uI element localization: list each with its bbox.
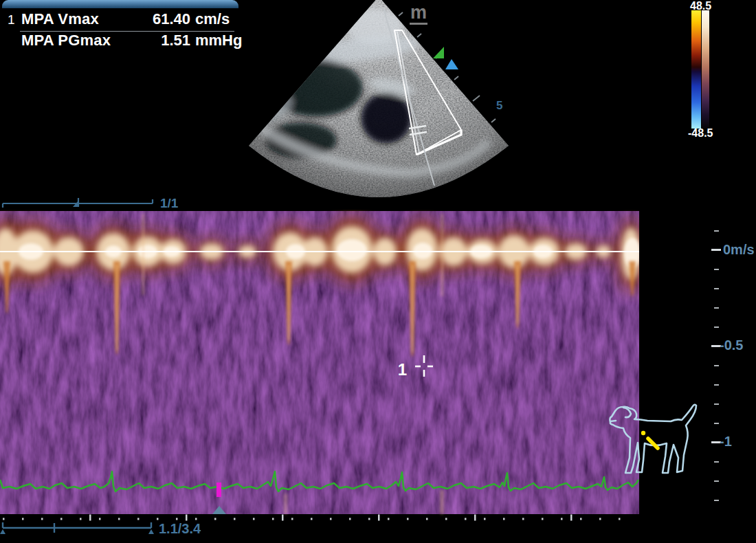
measurement-value: 61.40 [124, 10, 190, 28]
measurement-label: MPA Vmax [21, 10, 124, 28]
bottom-scale-left-marker [0, 529, 5, 534]
bottom-scale-label: 1.1/3.4 [159, 521, 201, 537]
velocity-axis-label-zero: 0m/s [723, 242, 755, 258]
measurement-unit: mmHg [190, 32, 234, 49]
focus-marker-blue[interactable] [445, 59, 458, 69]
probe-position-marker [648, 439, 658, 448]
velocity-axis-tick [714, 307, 719, 309]
probe-reference-dot [641, 431, 645, 435]
measurement-row: 1 MPA Vmax 61.40 cm/s [3, 10, 234, 31]
velocity-axis-tick [714, 288, 719, 289]
ultrasound-screen: 5 m 1 MPA Vmax 61.40 cm/s MPA P [0, 0, 756, 543]
velocity-axis-tick [714, 230, 719, 232]
measurement-panel: 1 MPA Vmax 61.40 cm/s MPA PGmax 1.51 mmH… [2, 0, 238, 56]
spectral-intensity-colorbar [702, 10, 709, 129]
bmode-sector-image: 5 [227, 0, 522, 206]
velocity-axis-tick [714, 423, 719, 424]
focus-marker-green[interactable] [433, 47, 444, 58]
depth-label: 5 [496, 99, 502, 112]
measurement-index: 1 [3, 12, 21, 27]
spectral-doppler-display: 1 [0, 210, 639, 526]
measurement-label: MPA PGmax [21, 32, 124, 49]
depth-tick-5cm [473, 96, 480, 101]
orientation-marker-m: m [410, 3, 427, 25]
dog-outline [610, 405, 696, 473]
velocity-axis-tick-major [711, 249, 721, 251]
patient-dog-icon [605, 400, 708, 479]
ecg-trigger-marker[interactable] [216, 483, 221, 497]
colorbar-min-label: -48.5 [688, 127, 713, 140]
sweep-scale-label: 1/1 [160, 196, 178, 211]
velocity-axis-tick [714, 384, 719, 386]
velocity-axis-tick [714, 500, 719, 501]
fan-tissue-image [227, 0, 522, 206]
velocity-axis-label-mid: -0.5 [720, 337, 743, 353]
velocity-axis-tick [714, 461, 719, 463]
measurement-panel-header-bar [2, 0, 238, 8]
velocity-axis-tick [714, 326, 719, 328]
velocity-axis-tick [714, 403, 719, 405]
sweep-scale-bar [0, 196, 158, 211]
measure-cursor-label: 1 [398, 360, 407, 379]
bottom-scale-bar [0, 520, 158, 539]
velocity-axis-tick [714, 269, 719, 270]
bottom-scale-right-marker [148, 529, 154, 534]
velocity-axis-tick [714, 365, 719, 366]
measurement-unit: cm/s [190, 10, 234, 28]
measurement-row: MPA PGmax 1.51 mmHg [3, 32, 234, 52]
velocity-axis-tick [714, 480, 719, 482]
measurement-panel-body: 1 MPA Vmax 61.40 cm/s MPA PGmax 1.51 mmH… [2, 8, 238, 56]
velocity-axis-label-low: -1 [720, 434, 732, 450]
measurement-value: 1.51 [124, 32, 190, 49]
dog-mouth [610, 421, 616, 421]
doppler-velocity-colorbar [691, 10, 701, 129]
